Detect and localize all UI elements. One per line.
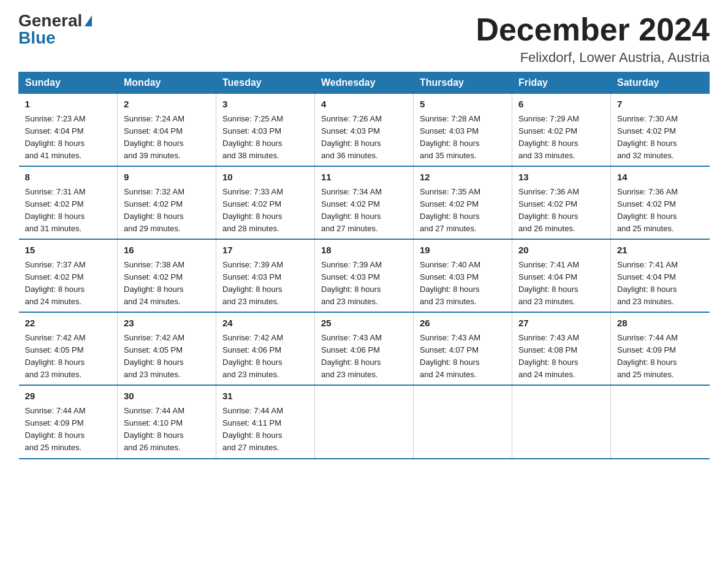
day-number: 12 (420, 170, 506, 185)
calendar-table: SundayMondayTuesdayWednesdayThursdayFrid… (18, 72, 710, 459)
day-number: 7 (617, 98, 703, 112)
day-info: Sunrise: 7:43 AM Sunset: 4:06 PM Dayligh… (321, 332, 407, 381)
day-info: Sunrise: 7:36 AM Sunset: 4:02 PM Dayligh… (518, 186, 604, 236)
calendar-cell: 22Sunrise: 7:42 AM Sunset: 4:05 PM Dayli… (19, 312, 118, 385)
calendar-cell: 31Sunrise: 7:44 AM Sunset: 4:11 PM Dayli… (216, 385, 315, 458)
page-header: General Blue December 2024 Felixdorf, Lo… (18, 12, 710, 66)
day-number: 4 (321, 98, 407, 112)
logo-triangle-icon (85, 15, 92, 26)
day-info: Sunrise: 7:23 AM Sunset: 4:04 PM Dayligh… (25, 113, 112, 163)
calendar-cell: 15Sunrise: 7:37 AM Sunset: 4:02 PM Dayli… (19, 239, 118, 312)
calendar-cell: 17Sunrise: 7:39 AM Sunset: 4:03 PM Dayli… (216, 239, 315, 312)
weekday-header-thursday: Thursday (414, 72, 512, 94)
weekday-header-wednesday: Wednesday (315, 72, 414, 94)
day-number: 21 (617, 243, 703, 258)
calendar-cell: 10Sunrise: 7:33 AM Sunset: 4:02 PM Dayli… (216, 166, 315, 239)
day-info: Sunrise: 7:41 AM Sunset: 4:04 PM Dayligh… (518, 259, 604, 308)
logo: General Blue (18, 12, 92, 47)
day-info: Sunrise: 7:34 AM Sunset: 4:02 PM Dayligh… (321, 186, 407, 236)
day-number: 9 (124, 170, 210, 185)
weekday-header-sunday: Sunday (19, 72, 118, 94)
day-info: Sunrise: 7:44 AM Sunset: 4:09 PM Dayligh… (25, 405, 112, 454)
day-number: 25 (321, 316, 407, 331)
calendar-cell: 25Sunrise: 7:43 AM Sunset: 4:06 PM Dayli… (315, 312, 414, 385)
weekday-header-tuesday: Tuesday (216, 72, 315, 94)
calendar-cell: 5Sunrise: 7:28 AM Sunset: 4:03 PM Daylig… (414, 94, 512, 167)
day-number: 29 (25, 389, 112, 404)
calendar-cell: 14Sunrise: 7:36 AM Sunset: 4:02 PM Dayli… (611, 166, 710, 239)
calendar-cell: 20Sunrise: 7:41 AM Sunset: 4:04 PM Dayli… (512, 239, 611, 312)
calendar-cell: 16Sunrise: 7:38 AM Sunset: 4:02 PM Dayli… (118, 239, 216, 312)
day-info: Sunrise: 7:42 AM Sunset: 4:05 PM Dayligh… (124, 332, 210, 381)
day-info: Sunrise: 7:41 AM Sunset: 4:04 PM Dayligh… (617, 259, 703, 308)
day-info: Sunrise: 7:32 AM Sunset: 4:02 PM Dayligh… (124, 186, 210, 236)
calendar-cell: 28Sunrise: 7:44 AM Sunset: 4:09 PM Dayli… (611, 312, 710, 385)
day-info: Sunrise: 7:31 AM Sunset: 4:02 PM Dayligh… (25, 186, 112, 236)
day-number: 13 (518, 170, 604, 185)
day-number: 24 (222, 316, 308, 331)
day-info: Sunrise: 7:25 AM Sunset: 4:03 PM Dayligh… (222, 113, 308, 163)
day-info: Sunrise: 7:35 AM Sunset: 4:02 PM Dayligh… (420, 186, 506, 236)
calendar-cell (512, 385, 611, 458)
day-info: Sunrise: 7:39 AM Sunset: 4:03 PM Dayligh… (321, 259, 407, 308)
location-text: Felixdorf, Lower Austria, Austria (476, 50, 710, 66)
day-info: Sunrise: 7:38 AM Sunset: 4:02 PM Dayligh… (124, 259, 210, 308)
day-number: 15 (25, 243, 112, 258)
day-info: Sunrise: 7:26 AM Sunset: 4:03 PM Dayligh… (321, 113, 407, 163)
calendar-cell: 6Sunrise: 7:29 AM Sunset: 4:02 PM Daylig… (512, 94, 611, 167)
calendar-cell: 1Sunrise: 7:23 AM Sunset: 4:04 PM Daylig… (19, 94, 118, 167)
day-number: 5 (420, 98, 506, 112)
day-number: 3 (222, 98, 308, 112)
calendar-body: 1Sunrise: 7:23 AM Sunset: 4:04 PM Daylig… (19, 94, 710, 459)
calendar-cell (414, 385, 512, 458)
calendar-cell: 2Sunrise: 7:24 AM Sunset: 4:04 PM Daylig… (118, 94, 216, 167)
day-number: 2 (124, 98, 210, 112)
day-number: 28 (617, 316, 703, 331)
day-info: Sunrise: 7:39 AM Sunset: 4:03 PM Dayligh… (222, 259, 308, 308)
calendar-cell: 30Sunrise: 7:44 AM Sunset: 4:10 PM Dayli… (118, 385, 216, 458)
calendar-cell: 26Sunrise: 7:43 AM Sunset: 4:07 PM Dayli… (414, 312, 512, 385)
calendar-week-row: 15Sunrise: 7:37 AM Sunset: 4:02 PM Dayli… (19, 239, 710, 312)
calendar-cell: 19Sunrise: 7:40 AM Sunset: 4:03 PM Dayli… (414, 239, 512, 312)
day-number: 1 (25, 98, 112, 112)
calendar-cell: 3Sunrise: 7:25 AM Sunset: 4:03 PM Daylig… (216, 94, 315, 167)
day-number: 30 (124, 389, 210, 404)
day-number: 20 (518, 243, 604, 258)
day-info: Sunrise: 7:30 AM Sunset: 4:02 PM Dayligh… (617, 113, 703, 163)
calendar-cell: 7Sunrise: 7:30 AM Sunset: 4:02 PM Daylig… (611, 94, 710, 167)
calendar-cell: 24Sunrise: 7:42 AM Sunset: 4:06 PM Dayli… (216, 312, 315, 385)
calendar-cell: 9Sunrise: 7:32 AM Sunset: 4:02 PM Daylig… (118, 166, 216, 239)
day-number: 14 (617, 170, 703, 185)
calendar-cell: 27Sunrise: 7:43 AM Sunset: 4:08 PM Dayli… (512, 312, 611, 385)
logo-general-text: General (18, 12, 82, 29)
calendar-cell: 21Sunrise: 7:41 AM Sunset: 4:04 PM Dayli… (611, 239, 710, 312)
day-info: Sunrise: 7:28 AM Sunset: 4:03 PM Dayligh… (420, 113, 506, 163)
title-block: December 2024 Felixdorf, Lower Austria, … (476, 12, 710, 66)
day-info: Sunrise: 7:37 AM Sunset: 4:02 PM Dayligh… (25, 259, 112, 308)
month-title: December 2024 (476, 12, 710, 47)
day-info: Sunrise: 7:42 AM Sunset: 4:05 PM Dayligh… (25, 332, 112, 381)
calendar-week-row: 8Sunrise: 7:31 AM Sunset: 4:02 PM Daylig… (19, 166, 710, 239)
day-info: Sunrise: 7:29 AM Sunset: 4:02 PM Dayligh… (518, 113, 604, 163)
calendar-cell: 4Sunrise: 7:26 AM Sunset: 4:03 PM Daylig… (315, 94, 414, 167)
day-number: 17 (222, 243, 308, 258)
logo-blue-text: Blue (18, 29, 56, 47)
day-number: 16 (124, 243, 210, 258)
day-number: 10 (222, 170, 308, 185)
day-number: 31 (222, 389, 308, 404)
day-number: 8 (25, 170, 112, 185)
weekday-header-friday: Friday (512, 72, 611, 94)
calendar-header: SundayMondayTuesdayWednesdayThursdayFrid… (19, 72, 710, 94)
calendar-week-row: 29Sunrise: 7:44 AM Sunset: 4:09 PM Dayli… (19, 385, 710, 458)
weekday-header-row: SundayMondayTuesdayWednesdayThursdayFrid… (19, 72, 710, 94)
calendar-cell (611, 385, 710, 458)
calendar-cell: 8Sunrise: 7:31 AM Sunset: 4:02 PM Daylig… (19, 166, 118, 239)
day-number: 6 (518, 98, 604, 112)
day-number: 26 (420, 316, 506, 331)
calendar-cell (315, 385, 414, 458)
calendar-week-row: 22Sunrise: 7:42 AM Sunset: 4:05 PM Dayli… (19, 312, 710, 385)
day-info: Sunrise: 7:43 AM Sunset: 4:07 PM Dayligh… (420, 332, 506, 381)
day-number: 27 (518, 316, 604, 331)
calendar-cell: 13Sunrise: 7:36 AM Sunset: 4:02 PM Dayli… (512, 166, 611, 239)
weekday-header-saturday: Saturday (611, 72, 710, 94)
